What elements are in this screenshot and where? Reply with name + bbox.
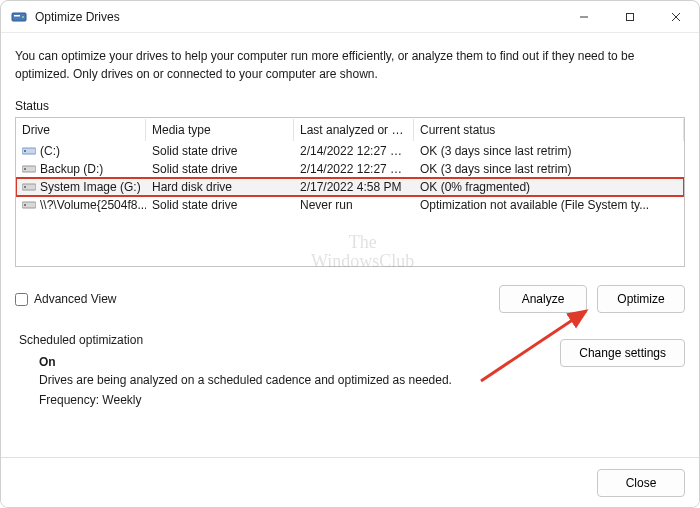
close-window-button[interactable] [653, 1, 699, 33]
last-analyzed: Never run [294, 198, 414, 212]
window-title: Optimize Drives [35, 10, 561, 24]
schedule-frequency: Frequency: Weekly [39, 393, 560, 407]
drive-name: Backup (D:) [40, 162, 103, 176]
disk-icon [22, 181, 36, 193]
advanced-view-input[interactable] [15, 293, 28, 306]
table-row[interactable]: Backup (D:) Solid state drive 2/14/2022 … [16, 160, 684, 178]
table-row[interactable]: (C:) Solid state drive 2/14/2022 12:27 P… [16, 142, 684, 160]
svg-rect-12 [24, 186, 26, 188]
table-row[interactable]: System Image (G:) Hard disk drive 2/17/2… [16, 178, 684, 196]
optimize-button[interactable]: Optimize [597, 285, 685, 313]
current-status: OK (3 days since last retrim) [414, 162, 684, 176]
table-header: Drive Media type Last analyzed or o... C… [16, 118, 684, 142]
advanced-view-checkbox[interactable]: Advanced View [15, 292, 117, 306]
svg-point-2 [22, 16, 24, 18]
minimize-button[interactable] [561, 1, 607, 33]
schedule-description: Drives are being analyzed on a scheduled… [39, 373, 560, 387]
svg-rect-1 [14, 15, 20, 17]
change-settings-button[interactable]: Change settings [560, 339, 685, 367]
maximize-button[interactable] [607, 1, 653, 33]
svg-rect-14 [24, 204, 26, 206]
column-status[interactable]: Current status [414, 119, 684, 141]
titlebar: Optimize Drives [1, 1, 699, 33]
disk-icon [22, 163, 36, 175]
status-label: Status [15, 99, 685, 113]
svg-rect-10 [24, 168, 26, 170]
column-media[interactable]: Media type [146, 119, 294, 141]
column-drive[interactable]: Drive [16, 119, 146, 141]
description-text: You can optimize your drives to help you… [15, 47, 685, 83]
disk-icon [22, 199, 36, 211]
media-type: Hard disk drive [146, 180, 294, 194]
current-status: OK (0% fragmented) [414, 180, 684, 194]
schedule-on-label: On [39, 355, 560, 369]
column-last-analyzed[interactable]: Last analyzed or o... [294, 119, 414, 141]
advanced-view-label: Advanced View [34, 292, 117, 306]
media-type: Solid state drive [146, 144, 294, 158]
media-type: Solid state drive [146, 162, 294, 176]
drive-name: (C:) [40, 144, 60, 158]
last-analyzed: 2/14/2022 12:27 PM [294, 144, 414, 158]
drive-name: \\?\Volume{2504f8... [40, 198, 146, 212]
optimize-drives-icon [11, 9, 27, 25]
scheduled-optimization-heading: Scheduled optimization [19, 333, 560, 347]
last-analyzed: 2/17/2022 4:58 PM [294, 180, 414, 194]
current-status: Optimization not available (File System … [414, 198, 684, 212]
last-analyzed: 2/14/2022 12:27 PM [294, 162, 414, 176]
current-status: OK (3 days since last retrim) [414, 144, 684, 158]
table-row[interactable]: \\?\Volume{2504f8... Solid state drive N… [16, 196, 684, 214]
drives-table: Drive Media type Last analyzed or o... C… [15, 117, 685, 267]
svg-rect-4 [627, 13, 634, 20]
media-type: Solid state drive [146, 198, 294, 212]
bottom-bar: Close [1, 457, 699, 507]
drive-name: System Image (G:) [40, 180, 141, 194]
analyze-button[interactable]: Analyze [499, 285, 587, 313]
close-button[interactable]: Close [597, 469, 685, 497]
svg-rect-8 [24, 150, 26, 152]
disk-c-icon [22, 145, 36, 157]
